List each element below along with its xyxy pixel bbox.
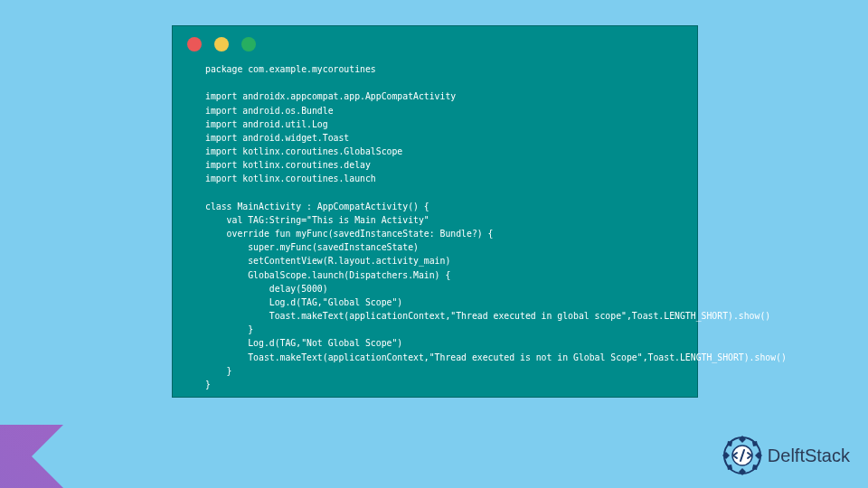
minimize-icon	[214, 37, 229, 52]
traffic-lights	[173, 26, 697, 57]
delftstack-logo-icon	[721, 434, 764, 477]
code-window: package com.example.mycoroutines import …	[172, 25, 698, 398]
close-icon	[187, 37, 202, 52]
delftstack-badge: DelftStack	[721, 434, 850, 477]
maximize-icon	[241, 37, 256, 52]
kotlin-logo-icon	[0, 425, 63, 488]
code-content: package com.example.mycoroutines import …	[173, 57, 697, 400]
delftstack-label: DelftStack	[768, 446, 850, 466]
